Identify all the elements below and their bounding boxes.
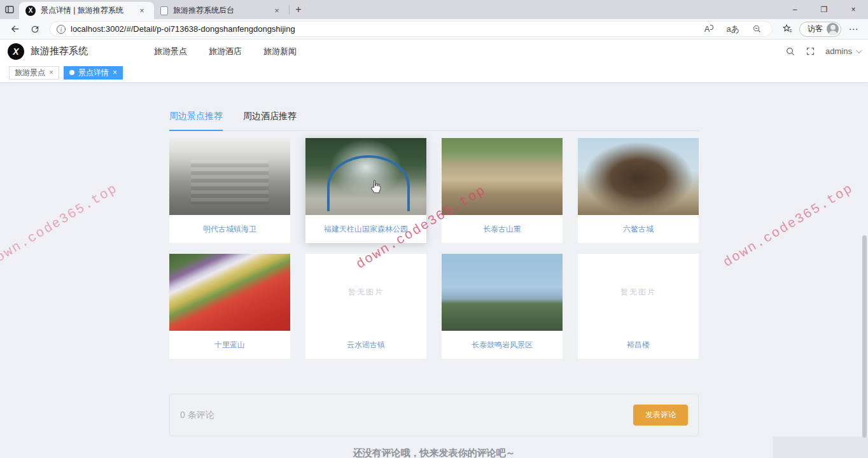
- fullscreen-icon[interactable]: [806, 46, 815, 56]
- scenic-card[interactable]: 暂无图片 裕昌楼: [578, 254, 699, 359]
- tab-nearby-scenic[interactable]: 周边景点推荐: [169, 111, 223, 131]
- favorites-hub-button[interactable]: [779, 21, 795, 38]
- tag-label: 景点详情: [78, 67, 109, 78]
- tag-close-icon[interactable]: ×: [113, 68, 117, 77]
- translate-icon: aあ: [726, 24, 739, 35]
- tab-title: 景点详情 | 旅游推荐系统: [41, 5, 131, 16]
- tab-close-icon[interactable]: ×: [271, 5, 283, 17]
- document-icon: [160, 6, 168, 15]
- username: admins: [825, 46, 852, 56]
- read-aloud-wave-icon: [710, 25, 713, 30]
- chevron-down-icon: [856, 47, 862, 53]
- site-title: 旅游推荐系统: [31, 45, 88, 57]
- zoom-out-button[interactable]: [748, 24, 766, 34]
- site-header: X 旅游推荐系统 旅游景点 旅游酒店 旅游新闻 admins: [0, 39, 868, 63]
- scenic-card[interactable]: 六鳌古城: [578, 138, 699, 243]
- scenic-card[interactable]: 长泰鼓鸣岩风景区: [442, 254, 563, 359]
- scenic-title-link[interactable]: 云水谣古镇: [305, 331, 426, 359]
- favorites-star-icon: [782, 24, 793, 34]
- scenic-photo: [305, 138, 426, 215]
- new-tab-button[interactable]: +: [290, 1, 307, 18]
- scenic-title-link[interactable]: 六鳌古城: [578, 215, 699, 243]
- no-image-text: 暂无图片: [348, 287, 384, 298]
- tag-close-icon[interactable]: ×: [49, 68, 53, 77]
- recommend-tabs: 周边景点推荐 周边酒店推荐: [169, 111, 699, 131]
- post-comment-button[interactable]: 发表评论: [633, 405, 688, 426]
- active-dot-icon: [69, 70, 74, 75]
- no-comments-text: 还没有评论哦，快来发表你的评论吧～: [169, 447, 699, 458]
- tag-label: 旅游景点: [15, 67, 45, 78]
- watermark-text: down.code365.top: [721, 181, 856, 270]
- comment-bar: 0 条评论 发表评论: [169, 394, 699, 436]
- browser-tab-admin[interactable]: 旅游推荐系统后台 ×: [154, 2, 289, 19]
- profile-avatar: [827, 23, 839, 35]
- scenic-photo: [169, 138, 290, 215]
- scenic-photo: [169, 254, 290, 331]
- tab-actions-button[interactable]: [0, 0, 19, 19]
- scrollbar-thumb[interactable]: [862, 235, 867, 438]
- tab-title: 旅游推荐系统后台: [173, 5, 266, 16]
- browser-tab-detail[interactable]: X 景点详情 | 旅游推荐系统 ×: [19, 2, 154, 19]
- scenic-title-link[interactable]: 十里蓝山: [169, 331, 290, 359]
- site-logo[interactable]: X: [8, 43, 24, 60]
- browser-addressbar: i localhost:3002/#/Detail/p-oi713638-don…: [0, 19, 868, 39]
- scenic-photo: 暂无图片: [305, 254, 426, 331]
- nav-item-hotel[interactable]: 旅游酒店: [209, 46, 242, 57]
- scenic-card[interactable]: 十里蓝山: [169, 254, 290, 359]
- scenic-card[interactable]: 福建天柱山国家森林公园: [305, 138, 426, 243]
- scenic-card[interactable]: 明代古城镇海卫: [169, 138, 290, 243]
- browser-menu-button[interactable]: ⋯: [845, 21, 862, 38]
- tag-scenic[interactable]: 旅游景点 ×: [9, 66, 59, 80]
- search-icon[interactable]: [785, 46, 795, 57]
- minimize-button[interactable]: –: [780, 0, 809, 19]
- read-aloud-icon: A: [704, 24, 710, 34]
- scenic-photo: [442, 254, 563, 331]
- main-nav: 旅游景点 旅游酒店 旅游新闻: [154, 46, 297, 57]
- scenic-card-grid: 明代古城镇海卫 福建天柱山国家森林公园 长泰古山重 六鳌古城 十里蓝山 暂无图片…: [169, 138, 699, 359]
- scenic-title-link[interactable]: 长泰鼓鸣岩风景区: [442, 331, 563, 359]
- no-image-text: 暂无图片: [620, 287, 656, 298]
- browser-titlebar: X 景点详情 | 旅游推荐系统 × 旅游推荐系统后台 × + – ❐ ×: [0, 0, 868, 19]
- scenic-title-link[interactable]: 长泰古山重: [442, 215, 563, 243]
- close-window-button[interactable]: ×: [839, 0, 868, 19]
- url-text[interactable]: localhost:3002/#/Detail/p-oi713638-dongs…: [71, 24, 696, 34]
- scenic-title-link[interactable]: 福建天柱山国家森林公园: [305, 215, 426, 243]
- site-favicon-icon: X: [25, 6, 36, 16]
- back-arrow-icon: [10, 24, 20, 34]
- scenic-title-link[interactable]: 裕昌楼: [578, 331, 699, 359]
- tab-close-icon[interactable]: ×: [136, 5, 148, 17]
- scenic-card[interactable]: 长泰古山重: [442, 138, 563, 243]
- url-bar[interactable]: i localhost:3002/#/Detail/p-oi713638-don…: [50, 21, 773, 37]
- bottom-right-panel: [773, 436, 868, 458]
- tab-nearby-hotel[interactable]: 周边酒店推荐: [243, 111, 297, 130]
- window-controls: – ❐ ×: [780, 0, 868, 19]
- maximize-button[interactable]: ❐: [809, 0, 839, 19]
- detail-main: 周边景点推荐 周边酒店推荐 明代古城镇海卫 福建天柱山国家森林公园 长泰古山重 …: [169, 111, 699, 458]
- read-aloud-button[interactable]: A: [701, 24, 718, 34]
- watermark-text: down.code365.top: [0, 181, 120, 270]
- browser-profile-button[interactable]: 访客: [799, 22, 841, 37]
- scenic-photo: [578, 138, 699, 215]
- header-right: admins: [785, 46, 860, 57]
- site-info-icon[interactable]: i: [57, 25, 66, 34]
- nav-item-news[interactable]: 旅游新闻: [263, 46, 297, 57]
- refresh-button[interactable]: [27, 21, 43, 38]
- scenic-card[interactable]: 暂无图片 云水谣古镇: [305, 254, 426, 359]
- back-button[interactable]: [6, 21, 23, 38]
- zoom-out-icon: [752, 24, 762, 34]
- comment-count: 0 条评论: [180, 410, 214, 421]
- tag-detail-active[interactable]: 景点详情 ×: [64, 66, 123, 80]
- refresh-icon: [30, 24, 40, 34]
- visitor-label: 访客: [808, 24, 823, 34]
- tab-actions-icon: [4, 4, 15, 15]
- scenic-photo: 暂无图片: [578, 254, 699, 331]
- translate-button[interactable]: aあ: [722, 24, 743, 35]
- scenic-photo: [442, 138, 563, 215]
- tags-view-bar: 旅游景点 × 景点详情 ×: [0, 63, 868, 83]
- nav-item-scenic[interactable]: 旅游景点: [154, 46, 187, 57]
- scenic-title-link[interactable]: 明代古城镇海卫: [169, 215, 290, 243]
- user-dropdown[interactable]: admins: [825, 46, 860, 56]
